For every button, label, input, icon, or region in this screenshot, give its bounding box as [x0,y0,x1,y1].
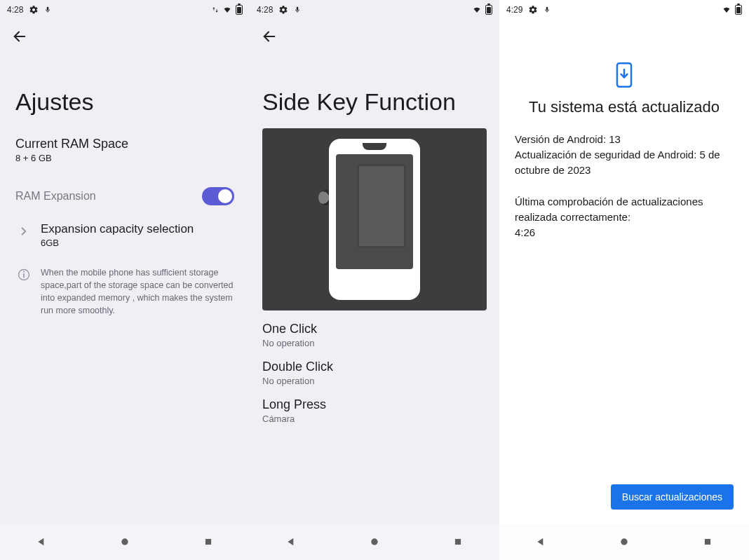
battery-icon [236,5,243,15]
status-time: 4:28 [7,5,23,15]
info-icon [15,265,32,317]
nav-recent-icon [453,537,463,547]
status-time: 4:29 [506,5,522,15]
option-one-click[interactable]: One Click No operation [250,310,499,348]
side-key-illustration [262,128,487,310]
update-title: Tu sistema está actualizado [515,98,734,116]
last-check-time: 4:26 [515,225,734,240]
nav-back-button[interactable] [277,528,305,556]
page-title: Ajustes [0,53,250,137]
option-title: Double Click [262,360,487,374]
nav-recent-button[interactable] [694,528,722,556]
nav-home-button[interactable] [111,528,139,556]
back-icon [12,29,27,44]
last-check-label: Última comprobación de actualizaciones r… [515,194,734,225]
svg-rect-6 [455,539,461,545]
gear-icon [528,5,538,15]
back-button[interactable] [8,25,31,48]
mic-icon [294,5,301,15]
nav-recent-icon [203,537,213,547]
nav-back-icon [535,536,546,547]
nav-back-icon [36,536,47,547]
option-title: Long Press [262,397,487,412]
ram-expansion-label: RAM Expansion [15,190,96,203]
status-bar: 4:29 [499,0,749,20]
status-time: 4:28 [257,5,273,15]
mic-icon [544,5,551,15]
security-update-text: Actualización de seguridad de Android: 5… [515,147,734,178]
back-icon [262,29,277,44]
screen-side-key: 4:28 Side Key Function [250,0,499,560]
expansion-capacity-title: Expansion capacity selection [41,222,234,236]
wifi-icon [471,6,483,14]
svg-point-8 [621,538,627,545]
status-bar: 4:28 [250,0,499,20]
option-value: Cámara [262,414,487,424]
nav-home-icon [619,536,630,547]
updown-icon [212,6,219,14]
gear-icon [278,5,288,15]
nav-recent-button[interactable] [444,528,472,556]
svg-rect-4 [205,539,211,545]
option-value: No operation [262,376,487,386]
battery-icon [735,5,742,15]
screen-system-update: 4:29 Tu sistema está actualizado Vers [499,0,749,560]
wifi-icon [222,6,233,14]
nav-home-button[interactable] [610,528,638,556]
nav-back-button[interactable] [27,528,55,556]
nav-bar [250,524,499,560]
nav-home-button[interactable] [360,528,389,556]
phone-illustration [329,139,420,300]
chevron-right-icon [15,222,32,248]
system-update-icon [515,62,734,88]
option-long-press[interactable]: Long Press Cámara [250,386,499,424]
expansion-info-row: When the mobile phone has sufficient sto… [0,248,250,317]
ram-expansion-toggle[interactable] [202,187,234,205]
nav-back-icon [285,536,297,547]
status-bar: 4:28 [0,0,250,20]
nav-bar [0,524,250,560]
nav-bar [499,524,749,560]
back-button[interactable] [258,25,281,48]
svg-point-5 [371,538,377,545]
screen-ram-settings: 4:28 Ajust [0,0,250,560]
gear-icon [29,5,39,15]
ram-space-value: 8 + 6 GB [0,151,250,163]
expansion-capacity-row[interactable]: Expansion capacity selection 6GB [0,205,250,248]
nav-home-icon [119,536,130,547]
expansion-capacity-value: 6GB [41,238,234,248]
svg-point-2 [23,271,25,273]
option-double-click[interactable]: Double Click No operation [250,348,499,386]
android-version-text: Versión de Android: 13 [515,132,734,147]
expansion-info-text: When the mobile phone has sufficient sto… [41,266,234,317]
nav-home-icon [369,536,380,547]
svg-point-3 [121,538,128,545]
nav-recent-icon [703,537,713,547]
option-value: No operation [262,338,487,348]
page-title: Side Key Function [250,53,499,128]
battery-icon [485,5,492,15]
option-title: One Click [262,322,487,336]
wifi-icon [721,6,732,14]
svg-rect-9 [705,539,710,545]
nav-back-button[interactable] [527,528,555,556]
ram-space-label: Current RAM Space [0,137,250,151]
check-updates-button[interactable]: Buscar actualizaciones [611,484,734,510]
mic-icon [44,5,51,15]
nav-recent-button[interactable] [194,528,222,556]
